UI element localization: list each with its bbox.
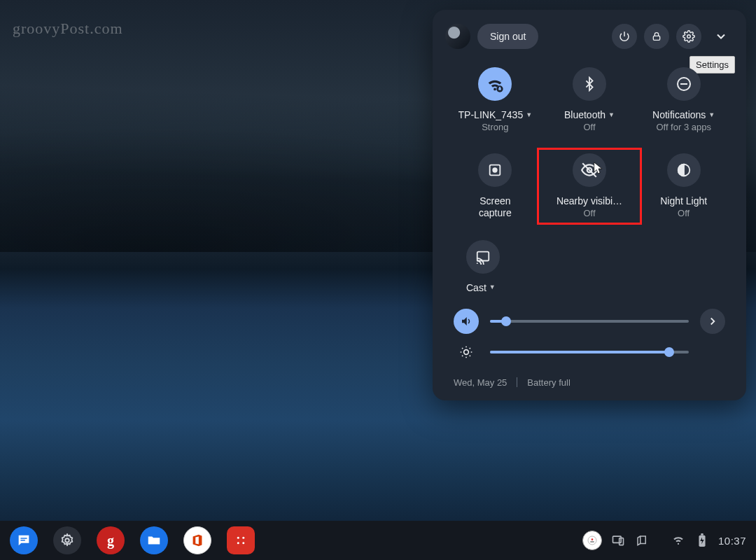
app-other[interactable] [227, 526, 255, 554]
app-messages[interactable] [10, 526, 38, 554]
tile-sub: Off for 3 apps [656, 122, 711, 132]
lock-icon [651, 31, 662, 42]
shelf-apps: g [10, 526, 255, 554]
svg-rect-13 [20, 540, 24, 540]
tile-sub: Off [678, 208, 690, 218]
svg-point-20 [592, 538, 594, 540]
svg-point-17 [237, 542, 239, 544]
cast-icon [475, 249, 491, 265]
tray-phone-hub[interactable] [610, 533, 626, 548]
brightness-row [454, 337, 725, 368]
status-line: Wed, May 25 Battery full [442, 370, 736, 389]
svg-point-15 [237, 537, 239, 539]
audio-settings-button[interactable] [700, 309, 725, 334]
grid-icon [234, 534, 247, 547]
brightness-button[interactable] [454, 340, 479, 365]
messages-icon [16, 533, 31, 548]
power-icon [618, 30, 631, 43]
tile-notifications[interactable]: Notifications▼ Off for 3 apps [636, 67, 731, 132]
app-settings[interactable] [53, 526, 81, 554]
tile-sub: Off [583, 208, 595, 218]
svg-point-16 [242, 537, 244, 539]
shutdown-button[interactable] [612, 24, 637, 49]
avatar[interactable] [445, 24, 470, 49]
phone-hub-icon [611, 533, 625, 547]
svg-rect-0 [653, 36, 659, 40]
tile-label: Notifications [652, 109, 706, 120]
folder-icon [146, 533, 162, 548]
volume-slider[interactable] [490, 320, 689, 323]
app-files[interactable] [140, 526, 168, 554]
tile-sub: Strong [482, 122, 508, 132]
svg-point-14 [65, 538, 69, 542]
dropdown-caret-icon: ▼ [708, 112, 715, 118]
screen-capture-icon [487, 162, 503, 178]
app-groovypost[interactable]: g [97, 526, 125, 554]
do-not-disturb-icon [676, 76, 692, 92]
gear-icon [682, 30, 695, 43]
night-light-icon [676, 162, 692, 178]
dropdown-caret-icon: ▼ [608, 112, 615, 118]
svg-rect-12 [20, 538, 27, 538]
chevron-right-icon [706, 315, 719, 328]
collapse-button[interactable] [708, 24, 734, 49]
divider [517, 377, 517, 387]
sign-out-button[interactable]: Sign out [477, 24, 538, 49]
tile-label: Screen capture [470, 195, 519, 219]
lock-button[interactable] [644, 24, 669, 49]
tray-notifications[interactable] [634, 533, 650, 548]
tile-night-light[interactable]: Night Light Off [636, 153, 731, 219]
wifi-icon [485, 74, 505, 94]
system-tray[interactable]: 10:37 [582, 531, 746, 550]
status-date: Wed, May 25 [454, 377, 507, 388]
visibility-off-icon [580, 161, 598, 179]
volume-icon [460, 315, 472, 328]
tile-label: Bluetooth [564, 109, 606, 120]
volume-button[interactable] [454, 309, 479, 334]
tile-wifi[interactable]: TP-LINK_7435▼ Strong [448, 67, 542, 132]
brightness-icon [459, 345, 473, 359]
tile-label: TP-LINK_7435 [458, 109, 524, 120]
wifi-icon [672, 534, 685, 547]
svg-rect-21 [590, 541, 594, 542]
shelf: g 10:37 [0, 521, 756, 560]
status-battery: Battery full [527, 377, 570, 388]
sliders-section [442, 299, 736, 370]
settings-button[interactable] [676, 24, 701, 49]
tray-battery [694, 533, 710, 548]
letter-g-icon: g [107, 533, 114, 549]
svg-point-18 [242, 542, 244, 544]
brightness-slider[interactable] [490, 351, 689, 354]
tile-screen-capture[interactable]: Screen capture [448, 153, 542, 219]
svg-rect-25 [701, 533, 704, 536]
panel-header: Sign out [442, 21, 736, 56]
tile-bluetooth[interactable]: Bluetooth▼ Off [542, 67, 637, 132]
svg-point-6 [493, 168, 498, 172]
chevron-down-icon [714, 29, 728, 43]
tile-label: Night Light [660, 195, 707, 206]
gear-icon [59, 533, 75, 548]
svg-point-11 [464, 349, 469, 354]
tile-nearby-visibility[interactable]: Nearby visibi… Off [542, 153, 637, 219]
tray-ime[interactable] [582, 531, 602, 550]
tile-cast[interactable]: Cast▼ [448, 240, 542, 293]
dropdown-caret-icon: ▼ [526, 112, 532, 118]
volume-row [454, 306, 725, 337]
office-icon [190, 533, 205, 548]
tile-sub: Off [583, 122, 595, 132]
tiles-grid: TP-LINK_7435▼ Strong Bluetooth▼ Off Noti… [442, 56, 736, 299]
tray-time: 10:37 [718, 535, 746, 547]
battery-icon [697, 533, 707, 547]
tile-label: Nearby visibi… [556, 195, 622, 206]
svg-rect-10 [477, 251, 489, 260]
tray-wifi [671, 533, 686, 548]
notification-outline-icon [636, 534, 648, 547]
tile-label: Cast [466, 282, 486, 293]
ime-icon [587, 535, 598, 546]
watermark: groovyPost.com [13, 20, 123, 38]
bluetooth-icon [582, 76, 597, 92]
app-office[interactable] [183, 526, 211, 554]
dropdown-caret-icon: ▼ [489, 284, 496, 290]
quick-settings-panel: Sign out Settings TP-LINK_7435▼ Strong [433, 10, 746, 400]
svg-point-1 [687, 35, 691, 38]
